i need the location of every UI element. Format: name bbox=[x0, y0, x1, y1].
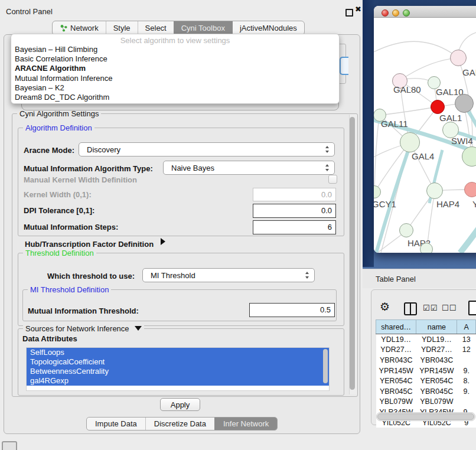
table-cell: 8. bbox=[457, 376, 476, 386]
network-node[interactable] bbox=[464, 182, 476, 197]
mi-steps-field[interactable]: 6 bbox=[253, 220, 336, 234]
columns-icon[interactable] bbox=[404, 302, 417, 315]
tab-network[interactable]: Network bbox=[53, 21, 106, 35]
mi-threshold-field[interactable]: 0.5 bbox=[249, 303, 335, 317]
dpi-tolerance-field[interactable]: 0.0 bbox=[253, 204, 336, 218]
collapse-down-icon[interactable] bbox=[135, 326, 142, 331]
which-threshold-value: MI Threshold bbox=[151, 271, 195, 280]
group-title: MI Threshold Definition bbox=[28, 285, 111, 294]
mi-steps-label: Mutual Information Steps: bbox=[24, 223, 118, 231]
table-cell: YDR27… bbox=[416, 345, 457, 356]
dropdown-prompt: Select algorithm to view settings bbox=[11, 34, 339, 45]
network-icon bbox=[60, 24, 67, 32]
tab-style[interactable]: Style bbox=[106, 21, 138, 35]
network-canvas[interactable]: GAL2GAL80GAL10GAL1GAL11SWI4GAL4GCY1HAP4Y… bbox=[374, 18, 476, 253]
table-row[interactable]: YPR145WYPR145W9. bbox=[376, 366, 476, 376]
mi-type-select[interactable]: Naive Bayes bbox=[163, 161, 335, 175]
table-cell: YBR045C bbox=[376, 386, 416, 397]
focused-combo-edge[interactable] bbox=[340, 57, 348, 75]
data-attributes-label: Data Attributes bbox=[22, 334, 77, 343]
sources-title: Sources for Network Inference bbox=[25, 324, 129, 333]
kernel-width-field[interactable]: 0.0 bbox=[253, 188, 336, 201]
table-cell: 13 bbox=[457, 334, 476, 345]
table-row[interactable]: YBL079WYBL079W bbox=[376, 397, 476, 407]
tab-label: jActiveMNodules bbox=[240, 24, 297, 32]
network-node[interactable] bbox=[455, 94, 474, 113]
stepper-arrows-icon bbox=[325, 146, 330, 153]
network-node[interactable] bbox=[420, 243, 433, 253]
network-node[interactable] bbox=[450, 50, 467, 66]
deselect-all-icon[interactable]: ☐☐ bbox=[442, 304, 457, 312]
kernel-width-label: Kernel Width (0,1): bbox=[24, 190, 92, 199]
list-item[interactable]: TopologicalCoefficient bbox=[27, 357, 329, 367]
menu-item[interactable]: Bayesian – K2 bbox=[11, 83, 339, 93]
node-label: GAL2 bbox=[462, 67, 476, 77]
expand-right-icon[interactable] bbox=[161, 238, 165, 245]
network-node[interactable] bbox=[399, 223, 413, 237]
settings-scrollbar-thumb[interactable] bbox=[350, 117, 355, 390]
table-row[interactable]: YER054CYER054C8. bbox=[376, 376, 476, 386]
which-threshold-select[interactable]: MI Threshold bbox=[142, 268, 315, 282]
network-node[interactable] bbox=[431, 100, 445, 114]
table-row[interactable]: YDR27…YDR27…12 bbox=[376, 345, 476, 356]
apply-button[interactable]: Apply bbox=[160, 398, 200, 411]
menu-item[interactable]: Bayesian – Hill Climbing bbox=[11, 45, 339, 54]
table-hscrollbar-thumb[interactable] bbox=[377, 413, 474, 420]
table-cell: YPR145W bbox=[376, 366, 416, 376]
list-item[interactable]: SelfLoops bbox=[27, 348, 329, 357]
manual-kernel-label: Manual Kernel Width Definition bbox=[24, 175, 137, 184]
aracne-mode-value: Discovery bbox=[87, 145, 120, 154]
node-label: HAP4 bbox=[436, 199, 459, 209]
group-title: Cyni Algorithm Settings bbox=[17, 109, 101, 118]
menu-item[interactable]: Dream8 DC_TDC Algorithm bbox=[11, 93, 339, 102]
menu-item[interactable]: Basic Correlation Inference bbox=[11, 54, 339, 64]
column-header[interactable]: shared… bbox=[376, 320, 416, 334]
list-item[interactable]: gal4RGexp bbox=[27, 376, 329, 386]
list-scrollbar-thumb[interactable] bbox=[323, 349, 328, 383]
tab-infer-network[interactable]: Infer Network bbox=[214, 418, 277, 430]
tab-cyni-toolbox[interactable]: Cyni Toolbox bbox=[174, 21, 232, 35]
control-panel-title: Control Panel bbox=[6, 7, 53, 16]
select-all-icon[interactable]: ☑☑ bbox=[423, 304, 438, 312]
table-cell bbox=[457, 355, 476, 366]
data-attributes-list[interactable]: SelfLoopsTopologicalCoefficientBetweenne… bbox=[26, 347, 330, 391]
table-cell: YDL19… bbox=[416, 334, 457, 345]
close-traffic-light[interactable] bbox=[382, 9, 389, 17]
group-title: Threshold Definition bbox=[23, 249, 96, 257]
table-row[interactable]: YBR043CYBR043C bbox=[376, 355, 476, 366]
network-node[interactable] bbox=[426, 182, 443, 199]
mi-threshold-label: Mutual Information Threshold: bbox=[28, 306, 139, 315]
tab-select[interactable]: Select bbox=[138, 21, 174, 35]
node-label: GAL4 bbox=[412, 151, 434, 161]
table-row[interactable]: YDL19…YDL19…13 bbox=[376, 334, 476, 345]
node-attribute-table[interactable]: shared…nameA YDL19…YDL19…13YDR27…YDR27…1… bbox=[376, 319, 476, 428]
hub-definition-label[interactable]: Hub/Transcription Factor Definition bbox=[25, 240, 154, 249]
column-header[interactable]: A bbox=[457, 320, 476, 334]
mi-type-label: Mutual Information Algorithm Type: bbox=[24, 164, 153, 173]
close-icon[interactable]: ✖ bbox=[355, 5, 361, 14]
column-header[interactable]: name bbox=[416, 320, 457, 334]
menu-item[interactable]: Mutual Information Inference bbox=[11, 74, 339, 83]
tab-discretize-data[interactable]: Discretize Data bbox=[145, 418, 214, 430]
network-window-titlebar[interactable] bbox=[374, 6, 476, 18]
minimized-panel-icon[interactable] bbox=[2, 441, 17, 450]
zoom-traffic-light[interactable] bbox=[403, 9, 410, 17]
new-table-icon[interactable] bbox=[468, 301, 476, 315]
table-cell bbox=[457, 397, 476, 407]
list-item[interactable]: BetweennessCentrality bbox=[27, 367, 329, 376]
table-cell: YDR27… bbox=[376, 345, 416, 356]
node-label: Y bbox=[472, 199, 476, 209]
minimize-traffic-light[interactable] bbox=[392, 9, 399, 17]
algorithm-dropdown-menu: Select algorithm to view settings Bayesi… bbox=[11, 34, 340, 104]
aracne-mode-select[interactable]: Discovery bbox=[79, 142, 335, 156]
table-row[interactable]: YBR045CYBR045C9. bbox=[376, 386, 476, 397]
network-node[interactable] bbox=[400, 132, 420, 152]
tab-impute-data[interactable]: Impute Data bbox=[87, 418, 145, 430]
float-window-icon[interactable] bbox=[345, 9, 353, 17]
manual-kernel-checkbox[interactable] bbox=[328, 175, 337, 184]
tab-jactivemnodules[interactable]: jActiveMNodules bbox=[232, 21, 304, 35]
menu-item[interactable]: ARACNE Algorithm bbox=[11, 64, 339, 73]
gear-icon[interactable]: ⚙ bbox=[380, 300, 390, 313]
tab-label: Select bbox=[145, 24, 167, 32]
desktop-edge-shadow bbox=[363, 0, 374, 267]
